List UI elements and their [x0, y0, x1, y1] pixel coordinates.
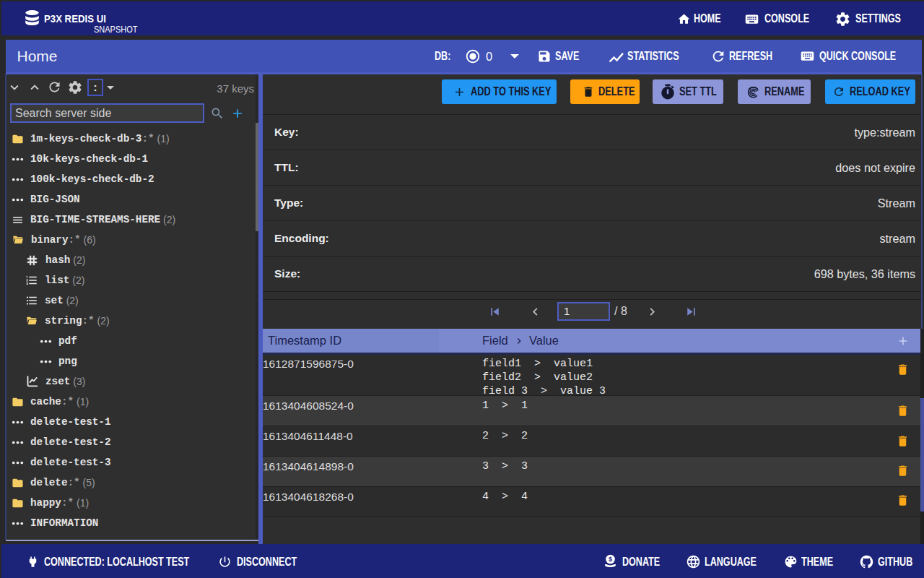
- svg-text:$: $: [609, 556, 612, 563]
